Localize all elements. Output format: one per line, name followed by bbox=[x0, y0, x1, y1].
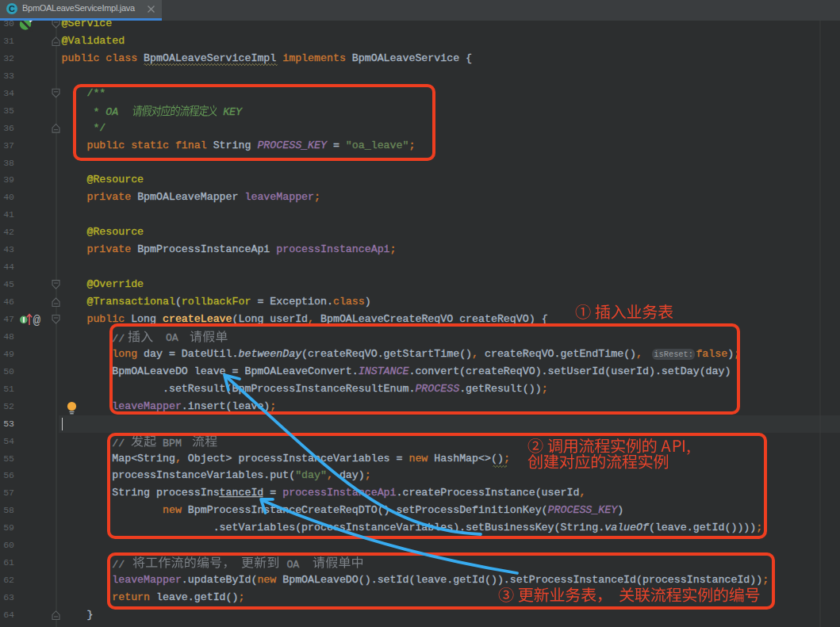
svg-text:C: C bbox=[9, 3, 15, 13]
